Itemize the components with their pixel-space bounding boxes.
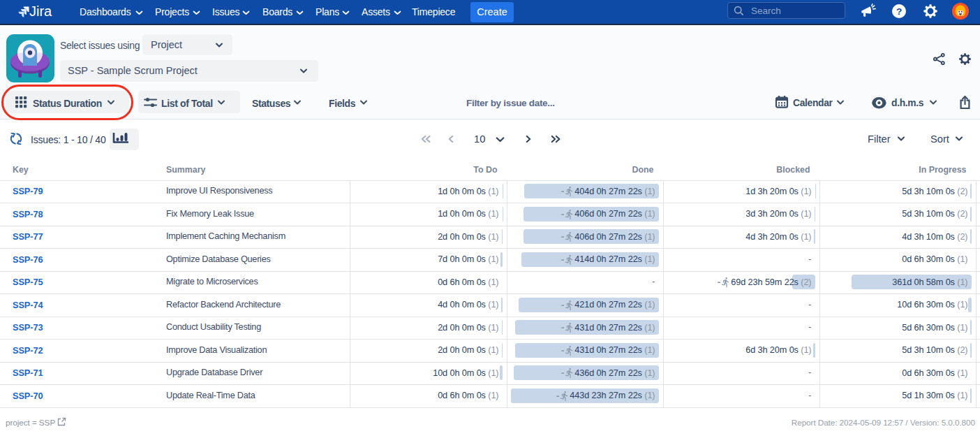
svg-text:?: ? bbox=[896, 6, 902, 17]
